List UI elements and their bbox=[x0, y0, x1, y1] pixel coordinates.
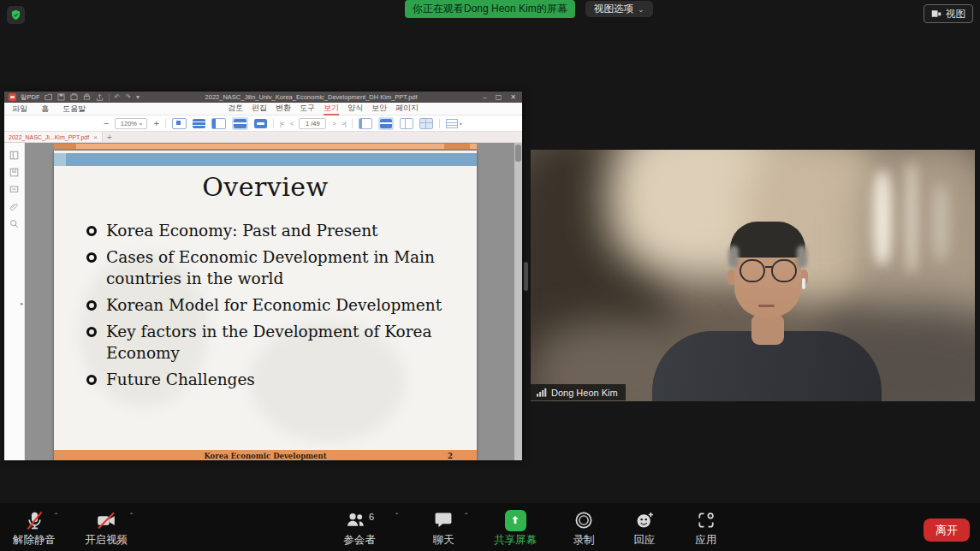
zoom-meeting-window: 你正在观看Dong Heon Kim的屏幕 视图选项 ⌄ 视图 알PDF bbox=[0, 0, 980, 551]
reactions-label: 回应 bbox=[634, 533, 656, 548]
bullet-ring-icon bbox=[86, 327, 97, 337]
page-display-dropdown[interactable]: ▾ bbox=[446, 119, 462, 128]
bookshelf-highlight bbox=[873, 171, 892, 265]
page-thumbnails-icon[interactable] bbox=[9, 151, 19, 160]
zoom-in-button[interactable]: + bbox=[153, 119, 158, 127]
slide-title: Overview bbox=[54, 172, 477, 202]
menu-view-active[interactable]: 보기 bbox=[324, 103, 339, 116]
sidebar-expand-icon[interactable]: ▸ bbox=[21, 300, 24, 307]
connection-signal-icon bbox=[537, 388, 547, 397]
menu-home[interactable]: 홈 bbox=[41, 104, 49, 115]
actual-size-icon[interactable] bbox=[172, 118, 187, 129]
bullet-text: Future Challenges bbox=[106, 369, 255, 390]
glasses-lens bbox=[739, 259, 765, 282]
minimize-icon[interactable]: – bbox=[483, 93, 486, 101]
menu-convert[interactable]: 변환 bbox=[276, 103, 291, 116]
view-button[interactable]: 视图 bbox=[924, 4, 973, 23]
view-options-button[interactable]: 视图选项 ⌄ bbox=[585, 1, 653, 17]
menu-tools[interactable]: 도구 bbox=[300, 103, 315, 116]
menu-review[interactable]: 검토 bbox=[228, 103, 243, 116]
single-page-view-icon[interactable] bbox=[359, 118, 372, 129]
security-shield-button[interactable] bbox=[7, 6, 25, 24]
share-export-icon[interactable] bbox=[96, 93, 104, 101]
zoom-out-button[interactable]: − bbox=[104, 119, 109, 127]
presentation-mode-icon[interactable] bbox=[254, 119, 267, 128]
panel-divider-handle[interactable] bbox=[524, 262, 528, 291]
slide-footer-text: Korea Economic Development bbox=[204, 452, 326, 460]
fit-height-icon[interactable] bbox=[211, 118, 226, 129]
person-glasses bbox=[739, 259, 797, 282]
last-page-button[interactable]: >| bbox=[342, 120, 346, 127]
start-video-button[interactable]: 开启视频 bbox=[68, 509, 145, 548]
share-screen-button[interactable]: 共享屏幕 bbox=[477, 509, 554, 548]
document-scrollbar[interactable] bbox=[514, 143, 522, 460]
shield-check-icon bbox=[10, 9, 21, 21]
open-folder-icon[interactable] bbox=[45, 93, 52, 101]
undo-icon[interactable]: ↶ bbox=[115, 93, 121, 101]
pdf-app-name: 알PDF bbox=[21, 93, 40, 102]
grid-view-icon[interactable] bbox=[419, 118, 433, 129]
menu-file[interactable]: 파일 bbox=[12, 104, 27, 115]
chat-options-chevron[interactable]: ˆ bbox=[465, 512, 467, 522]
search-icon[interactable] bbox=[9, 219, 19, 228]
menu-forms[interactable]: 양식 bbox=[347, 103, 363, 116]
save-as-icon[interactable] bbox=[70, 93, 78, 101]
toolbar-separator bbox=[273, 119, 274, 128]
leave-meeting-button[interactable]: 离开 bbox=[924, 518, 970, 542]
comments-icon[interactable] bbox=[9, 185, 19, 194]
mic-options-chevron[interactable]: ˆ bbox=[55, 512, 57, 522]
zoom-level-dropdown[interactable]: 120% ▾ bbox=[115, 118, 147, 129]
fit-width-icon[interactable] bbox=[193, 119, 205, 128]
fit-page-selected[interactable] bbox=[232, 117, 248, 130]
save-icon[interactable] bbox=[57, 93, 65, 101]
new-tab-button[interactable]: + bbox=[103, 132, 116, 142]
close-icon[interactable]: ✕ bbox=[510, 93, 516, 101]
toolbar-separator bbox=[352, 119, 353, 128]
menu-page[interactable]: 페이지 bbox=[395, 103, 419, 116]
page-number-input[interactable]: 1 /49 bbox=[299, 118, 326, 129]
pdf-quick-actions: ↶ ↷ ▾ bbox=[45, 93, 140, 101]
slide-footer-band: Korea Economic Development 2 bbox=[54, 450, 477, 460]
bookmarks-icon[interactable] bbox=[9, 168, 19, 177]
video-options-chevron[interactable]: ˆ bbox=[130, 512, 133, 522]
two-page-view-icon[interactable] bbox=[400, 118, 413, 129]
redo-icon[interactable]: ↷ bbox=[125, 93, 131, 101]
document-tab[interactable]: 2022_NASC_Ji...Kim_PPT.pdf × bbox=[4, 132, 103, 142]
menu-edit[interactable]: 편집 bbox=[252, 103, 267, 116]
chat-button[interactable]: 聊天 bbox=[405, 509, 482, 548]
screen-watching-banner: 你正在观看Dong Heon Kim的屏幕 bbox=[405, 0, 575, 18]
shared-pdf-window: 알PDF bbox=[4, 92, 522, 460]
prev-page-button[interactable]: < bbox=[290, 120, 294, 127]
previous-page-edge bbox=[54, 144, 477, 149]
toolbar-separator bbox=[165, 119, 166, 128]
unmute-button[interactable]: 解除静音 bbox=[0, 509, 73, 548]
scrollbar-thumb[interactable] bbox=[515, 145, 521, 162]
bullet-text: Cases of Economic Development in Main co… bbox=[106, 246, 435, 289]
bullet-ring-icon bbox=[86, 375, 97, 385]
pdf-view-toolbar: − 120% ▾ + |< < 1 /49 > >| bbox=[4, 116, 522, 132]
toolbar-caret-icon[interactable]: ▾ bbox=[136, 93, 140, 101]
view-button-label: 视图 bbox=[946, 8, 965, 21]
participants-options-chevron[interactable]: ˆ bbox=[395, 512, 398, 522]
earphone bbox=[802, 278, 805, 289]
person-hair bbox=[730, 222, 805, 258]
participant-nametag: Dong Heon Kim bbox=[531, 384, 626, 400]
maximize-icon[interactable]: ▢ bbox=[496, 93, 502, 101]
bullet-ring-icon bbox=[86, 252, 97, 263]
menu-help[interactable]: 도움말 bbox=[62, 104, 86, 115]
alpdf-logo-icon bbox=[9, 93, 16, 101]
continuous-view-selected[interactable] bbox=[378, 117, 394, 130]
first-page-button[interactable]: |< bbox=[280, 120, 284, 127]
list-item: Cases of Economic Development in Main co… bbox=[86, 246, 466, 289]
next-page-button[interactable]: > bbox=[332, 120, 336, 127]
print-icon[interactable] bbox=[83, 93, 91, 101]
chevron-down-icon: ⌄ bbox=[638, 5, 644, 14]
share-screen-label: 共享屏幕 bbox=[494, 533, 537, 548]
pdf-document-area[interactable]: Overview Korea Economy: Past and Present… bbox=[25, 143, 522, 460]
menu-security[interactable]: 보안 bbox=[371, 103, 387, 116]
attachments-icon[interactable] bbox=[9, 202, 19, 211]
tab-close-icon[interactable]: × bbox=[93, 133, 98, 141]
slide-page-number: 2 bbox=[448, 452, 453, 460]
apps-button[interactable]: 应用 bbox=[668, 509, 745, 548]
participants-button[interactable]: 6 参会者 bbox=[321, 509, 398, 548]
